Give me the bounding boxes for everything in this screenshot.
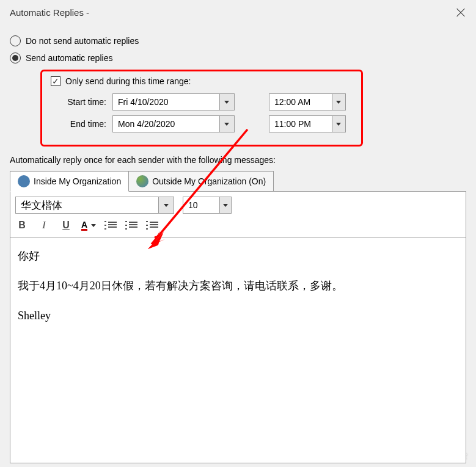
decrease-indent-button[interactable] (125, 220, 137, 230)
font-color-button[interactable]: A (81, 220, 96, 231)
do-not-send-label: Do not send automatic replies (26, 36, 139, 46)
radio-send[interactable] (10, 52, 21, 63)
window-title: Automatic Replies - (10, 7, 89, 18)
tab-inside-org[interactable]: Inside My Organization (10, 171, 129, 192)
chevron-down-icon (223, 204, 228, 207)
end-time-label: End time: (51, 119, 109, 129)
body-line2: 我于4月10~4月20日休假，若有解决方案咨询，请电话联系，多谢。 (18, 278, 458, 294)
tab-inside-label: Inside My Organization (34, 176, 121, 186)
font-color-icon: A (81, 220, 87, 231)
end-time-chevron[interactable] (332, 116, 345, 132)
start-date-chevron[interactable] (219, 94, 234, 110)
start-time-label: Start time: (51, 97, 109, 107)
font-dropdown[interactable] (15, 197, 174, 214)
italic-button[interactable]: I (37, 219, 51, 232)
start-time-chevron[interactable] (332, 94, 345, 110)
font-chevron[interactable] (158, 197, 174, 213)
tabs: Inside My Organization Outside My Organi… (10, 171, 466, 192)
reply-description: Automatically reply once for each sender… (10, 155, 466, 165)
time-range-highlight: Only send during this time range: Start … (40, 70, 363, 147)
editor-panel: B I U A 你好 我于4月10~4月20日休假，若有解决方案咨询，请电话联系… (10, 191, 466, 463)
chevron-down-icon (91, 224, 96, 227)
end-date-dropdown[interactable] (112, 115, 235, 132)
tab-outside-org[interactable]: Outside My Organization (On) (128, 171, 274, 192)
titlebar: Automatic Replies - (0, 0, 476, 24)
only-send-checkbox[interactable] (51, 76, 60, 86)
end-date-input[interactable] (113, 116, 219, 132)
end-time-input[interactable] (269, 116, 332, 132)
chevron-down-icon (336, 101, 341, 104)
start-time-input[interactable] (269, 94, 332, 110)
font-input[interactable] (16, 197, 158, 213)
body-line3: Shelley (18, 308, 458, 324)
end-time-dropdown[interactable] (269, 115, 346, 132)
message-textarea[interactable]: 你好 我于4月10~4月20日休假，若有解决方案咨询，请电话联系，多谢。 She… (10, 237, 466, 463)
start-time-dropdown[interactable] (269, 93, 346, 110)
body-line1: 你好 (18, 248, 458, 264)
send-label: Send automatic replies (26, 53, 112, 63)
start-date-dropdown[interactable] (112, 93, 235, 110)
bold-button[interactable]: B (15, 219, 29, 232)
font-size-dropdown[interactable] (183, 197, 232, 214)
chevron-down-icon (224, 123, 229, 126)
globe-icon (136, 175, 148, 187)
only-send-label: Only send during this time range: (65, 76, 191, 86)
tab-outside-label: Outside My Organization (On) (152, 176, 266, 186)
chevron-down-icon (164, 204, 169, 207)
end-date-chevron[interactable] (219, 116, 234, 132)
size-chevron[interactable] (219, 197, 232, 213)
chevron-down-icon (224, 101, 229, 104)
chevron-down-icon (336, 123, 341, 126)
underline-button[interactable]: U (59, 219, 73, 232)
increase-indent-button[interactable] (146, 220, 158, 230)
close-icon[interactable] (455, 7, 466, 18)
numbered-list-button[interactable] (104, 220, 117, 230)
people-icon (18, 175, 30, 187)
font-size-input[interactable] (183, 197, 219, 213)
radio-do-not-send[interactable] (10, 35, 21, 46)
start-date-input[interactable] (113, 94, 219, 110)
